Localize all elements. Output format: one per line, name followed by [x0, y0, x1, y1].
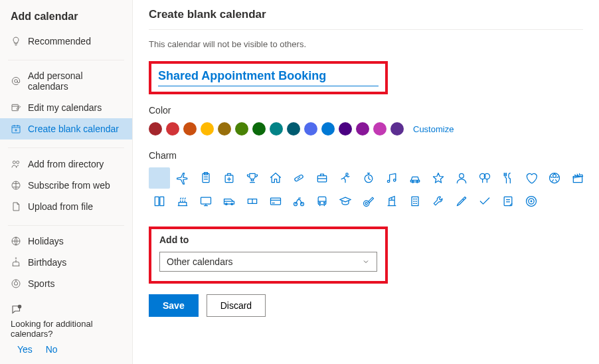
- charm-ticket[interactable]: [242, 191, 263, 212]
- color-swatch-7[interactable]: [270, 122, 283, 136]
- color-swatch-13[interactable]: [373, 122, 386, 136]
- charm-monitor[interactable]: [195, 191, 216, 212]
- sidebar-item-birthdays[interactable]: Birthdays: [0, 252, 132, 273]
- svg-point-17: [394, 179, 396, 181]
- color-swatch-3[interactable]: [201, 122, 214, 136]
- charm-paint[interactable]: [451, 191, 472, 212]
- sidebar-item-label: Sports: [28, 278, 54, 289]
- sidebar-item-subscribe-web[interactable]: Subscribe from web: [0, 175, 132, 196]
- sidebar-item-label: Edit my calendars: [28, 102, 102, 113]
- charm-music[interactable]: [381, 167, 402, 189]
- charm-home[interactable]: [265, 167, 286, 189]
- discard-button[interactable]: Discard: [207, 294, 266, 317]
- charm-grad[interactable]: [335, 191, 356, 212]
- dropdown-value: Other calendars: [167, 256, 233, 267]
- chat-badge-icon: [11, 304, 23, 316]
- add-to-dropdown[interactable]: Other calendars: [159, 252, 377, 272]
- sidebar-item-edit-calendars[interactable]: Edit my calendars: [0, 97, 132, 118]
- sidebar-item-label: Recommended: [28, 36, 91, 46]
- charm-book[interactable]: [149, 191, 170, 212]
- svg-point-35: [365, 203, 367, 205]
- sidebar-item-label: Upload from file: [28, 201, 93, 212]
- charm-pill[interactable]: [288, 167, 309, 189]
- color-swatch-4[interactable]: [218, 122, 231, 136]
- charm-none[interactable]: [149, 167, 170, 189]
- svg-point-8: [18, 305, 21, 308]
- color-swatch-6[interactable]: [252, 122, 266, 136]
- save-button[interactable]: Save: [149, 294, 199, 317]
- add-to-highlight: Add to Other calendars: [149, 227, 388, 284]
- color-swatch-8[interactable]: [287, 122, 300, 136]
- sidebar-item-upload-file[interactable]: Upload from file: [0, 196, 132, 217]
- svg-point-4: [17, 161, 19, 163]
- charm-car[interactable]: [404, 167, 426, 189]
- charm-guitar[interactable]: [358, 191, 379, 212]
- charm-heart[interactable]: [521, 167, 542, 189]
- footer-no-link[interactable]: No: [46, 344, 58, 355]
- charm-label: Charm: [149, 150, 583, 161]
- charm-building[interactable]: [404, 191, 426, 212]
- color-swatch-2[interactable]: [183, 122, 197, 136]
- charm-cake[interactable]: [172, 191, 193, 212]
- charm-check[interactable]: [474, 191, 495, 212]
- charm-target[interactable]: [521, 191, 542, 212]
- charm-bus[interactable]: [311, 191, 333, 212]
- color-swatch-11[interactable]: [339, 122, 352, 136]
- svg-point-32: [319, 203, 321, 204]
- calendar-name-input[interactable]: [158, 68, 379, 86]
- lightbulb-icon: [11, 36, 21, 46]
- charm-note[interactable]: [497, 191, 519, 212]
- svg-rect-36: [412, 197, 418, 205]
- footer-text: Looking for additional calendars?: [11, 319, 122, 339]
- globe-icon: [11, 236, 21, 246]
- color-swatch-14[interactable]: [390, 122, 404, 136]
- sidebar-item-label: Create blank calendar: [28, 124, 119, 134]
- charm-crane[interactable]: [381, 191, 402, 212]
- sidebar-item-create-blank[interactable]: Create blank calendar: [0, 118, 132, 139]
- svg-point-0: [15, 80, 18, 83]
- color-swatch-0[interactable]: [149, 122, 162, 136]
- cake-icon: [11, 257, 21, 268]
- sidebar-title: Add calendar: [0, 8, 132, 31]
- charm-wrench[interactable]: [428, 191, 449, 212]
- charm-soccer[interactable]: [544, 167, 565, 189]
- file-icon: [11, 201, 21, 212]
- color-swatch-10[interactable]: [321, 122, 335, 136]
- visibility-note: This calendar will not be visible to oth…: [149, 39, 583, 49]
- svg-point-40: [531, 201, 532, 202]
- add-to-label: Add to: [159, 234, 377, 245]
- charm-briefcase[interactable]: [311, 167, 333, 189]
- color-swatch-1[interactable]: [166, 122, 179, 136]
- color-swatch-12[interactable]: [356, 122, 369, 136]
- sidebar-item-directory[interactable]: Add from directory: [0, 153, 132, 175]
- page-title: Create blank calendar: [149, 8, 583, 21]
- charm-stopwatch[interactable]: [358, 167, 379, 189]
- customize-link[interactable]: Customize: [413, 124, 454, 134]
- charm-trophy[interactable]: [242, 167, 263, 189]
- charm-food[interactable]: [497, 167, 519, 189]
- sidebar-item-label: Subscribe from web: [28, 180, 110, 191]
- charm-clipboard[interactable]: [195, 167, 216, 189]
- sidebar-item-holidays[interactable]: Holidays: [0, 230, 132, 252]
- svg-point-39: [529, 199, 534, 204]
- svg-point-16: [387, 180, 389, 182]
- charm-running[interactable]: [335, 167, 356, 189]
- charm-clapper[interactable]: [567, 167, 588, 189]
- svg-point-38: [527, 197, 537, 207]
- color-swatch-9[interactable]: [304, 122, 317, 136]
- charm-credit-card[interactable]: [265, 191, 286, 212]
- svg-rect-28: [271, 198, 281, 205]
- color-swatch-5[interactable]: [235, 122, 248, 136]
- charm-balloon[interactable]: [474, 167, 495, 189]
- charm-person[interactable]: [451, 167, 472, 189]
- sidebar-item-personal-calendars[interactable]: Add personal calendars: [0, 65, 132, 97]
- footer-yes-link[interactable]: Yes: [17, 344, 33, 355]
- charm-star[interactable]: [428, 167, 449, 189]
- svg-point-20: [460, 173, 464, 178]
- sidebar-item-sports[interactable]: Sports: [0, 273, 132, 294]
- charm-van[interactable]: [218, 191, 240, 212]
- sidebar-item-recommended[interactable]: Recommended: [0, 31, 132, 52]
- charm-medical[interactable]: [218, 167, 240, 189]
- charm-plane[interactable]: [172, 167, 193, 189]
- charm-bike[interactable]: [288, 191, 309, 212]
